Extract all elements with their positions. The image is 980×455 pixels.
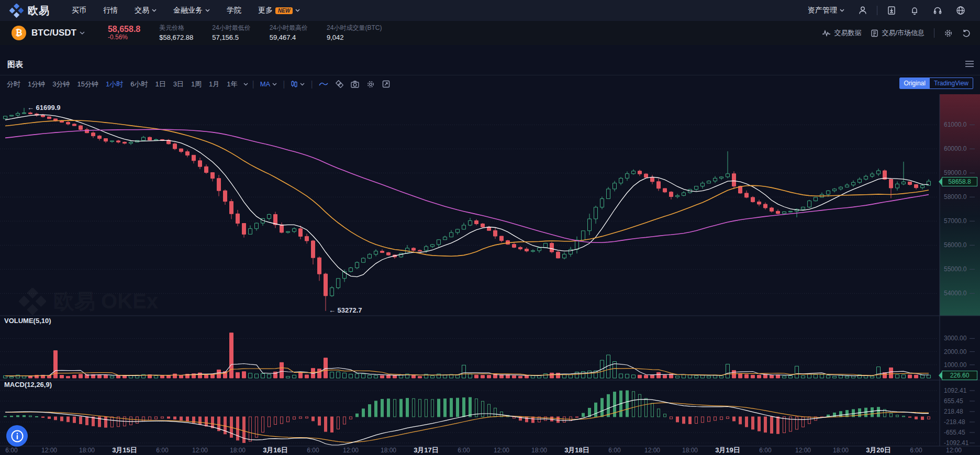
candlestick-chart[interactable]: 61000.060000.059000.058000.057000.056000…: [0, 0, 980, 455]
macd-bar: [488, 404, 491, 417]
okex-logo-icon: [9, 4, 24, 18]
macd-bar: [149, 417, 151, 420]
macd-bar: [54, 417, 57, 420]
macd-bar: [463, 398, 465, 417]
okex-logo[interactable]: 欧易: [9, 4, 50, 18]
ticker-divider: [934, 28, 934, 38]
macd-bar: [645, 398, 648, 417]
macd-bar: [111, 417, 114, 427]
price-axis-label: 55000.0: [944, 265, 967, 273]
macd-bar: [450, 398, 453, 417]
last-price-block: 58,658.8 -0.56%: [108, 25, 140, 41]
macd-bar: [86, 417, 88, 425]
time-axis-label: 12:00: [192, 447, 208, 454]
notifications-button[interactable]: [906, 2, 923, 19]
macd-bar: [771, 417, 773, 434]
market-info-button[interactable]: 交易/市场信息: [871, 28, 925, 38]
trade-data-button[interactable]: 交易数据: [822, 28, 861, 38]
reset-button[interactable]: [962, 29, 971, 37]
macd-bar: [676, 417, 679, 422]
info-icon: [10, 429, 24, 443]
macd-bar: [733, 417, 736, 421]
macd-bar: [281, 417, 283, 424]
volume-bars-down: [29, 333, 918, 378]
support-button[interactable]: [929, 2, 946, 19]
chart-settings-button[interactable]: [944, 29, 953, 38]
nav-item-4[interactable]: 学院: [218, 0, 250, 21]
nav-item-0[interactable]: 买币: [63, 0, 95, 21]
macd-bar: [73, 417, 76, 423]
download-app-button[interactable]: [883, 2, 900, 19]
macd-bar: [626, 391, 629, 417]
time-axis-label: 6:00: [608, 447, 621, 454]
macd-bar: [180, 417, 183, 420]
time-axis-label: 12:00: [946, 447, 962, 454]
macd-bar: [601, 398, 604, 417]
macd-bar: [331, 417, 333, 432]
macd-bar: [915, 417, 918, 419]
assets-menu[interactable]: 资产管理: [804, 0, 849, 21]
macd-bar: [921, 417, 924, 419]
macd-bar: [155, 417, 158, 419]
nav-item-label: 买币: [72, 6, 86, 15]
account-button[interactable]: [854, 2, 872, 19]
macd-bar: [211, 417, 214, 428]
nav-item-2[interactable]: 交易: [126, 0, 165, 21]
ticker-bar: ₿ BTC/USDT 58,658.8 -0.56% 美元价格$58,672.8…: [0, 21, 980, 45]
price-axis-label: 58000.0: [944, 193, 967, 201]
nav-item-3[interactable]: 金融业务: [165, 0, 218, 21]
time-axis-label: 12:00: [343, 447, 359, 454]
macd-bar: [318, 417, 321, 425]
language-button[interactable]: [952, 2, 970, 19]
chevron-down-icon: [152, 9, 157, 12]
time-axis-label: 3月15日: [112, 446, 137, 454]
top-navbar: 欧易 买币行情交易金融业务学院更多NEW 资产管理: [0, 0, 980, 21]
brand-name: 欧易: [28, 4, 50, 18]
macd-bar: [928, 417, 930, 419]
macd-bar: [174, 417, 176, 419]
ma-line-60: [5, 129, 929, 242]
nav-right: 资产管理: [804, 0, 970, 21]
macd-bar: [745, 417, 748, 427]
macd-axis-label: -655.45: [944, 429, 965, 436]
macd-bar: [249, 417, 252, 441]
candle-wicks-down: [30, 112, 916, 311]
chevron-down-icon: [295, 9, 300, 12]
macd-bar: [356, 414, 359, 417]
macd-bar: [651, 403, 654, 417]
macd-bar: [777, 417, 779, 434]
chevron-down-icon: [80, 31, 85, 35]
macd-bar: [903, 416, 905, 417]
macd-bar: [306, 417, 308, 418]
stat-value: 57,156.5: [212, 32, 250, 43]
macd-bar: [105, 417, 107, 427]
globe-icon: [956, 6, 965, 15]
macd-bar: [369, 405, 371, 417]
macd-bar: [896, 415, 899, 417]
stat-label: 24小时最高价: [270, 23, 308, 32]
last-price: 58,658.8: [108, 25, 140, 34]
macd-bar: [42, 417, 44, 417]
macd-bar: [237, 417, 239, 440]
macd-bar: [287, 417, 289, 422]
time-axis-label: 18:00: [381, 447, 396, 454]
price-axis-label: 57000.0: [944, 217, 967, 225]
macd-bar: [431, 399, 434, 417]
nav-item-5[interactable]: 更多NEW: [250, 0, 308, 21]
doc-icon: [871, 29, 878, 37]
stat-label: 24小时最低价: [212, 23, 250, 32]
time-axis-label: 18:00: [682, 447, 698, 454]
stat-value: 59,467.4: [270, 32, 308, 43]
nav-item-label: 金融业务: [173, 6, 203, 15]
chevron-down-icon: [840, 9, 844, 12]
macd-bar: [343, 417, 346, 424]
nav-item-1[interactable]: 行情: [95, 0, 126, 21]
macd-bar: [890, 413, 893, 417]
ticker-stat: 24小时最高价59,467.4: [270, 23, 308, 43]
pair-selector[interactable]: BTC/USDT: [31, 28, 85, 38]
price-axis-label: 61000.0: [944, 121, 967, 128]
macd-bar: [632, 392, 635, 417]
help-button[interactable]: [6, 425, 28, 447]
macd-bar: [381, 399, 384, 417]
volume-pane-label: VOLUME(5,10): [4, 317, 51, 325]
